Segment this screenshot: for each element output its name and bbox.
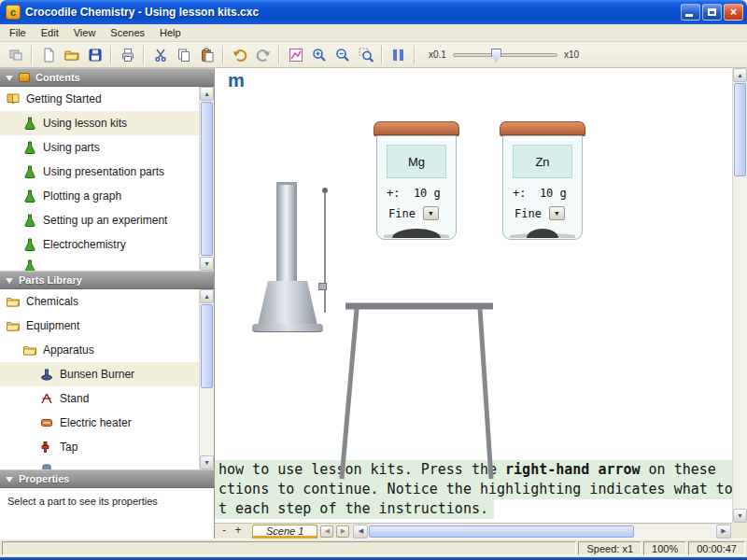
scroll-track[interactable] bbox=[200, 303, 214, 455]
burner-plate[interactable] bbox=[252, 324, 323, 332]
zoom-selection-icon bbox=[358, 47, 374, 63]
toolbar-separator bbox=[222, 46, 224, 64]
save-button[interactable] bbox=[83, 44, 106, 66]
parts-library-panel-header[interactable]: Parts Library bbox=[0, 271, 214, 289]
scroll-down-icon[interactable]: ▼ bbox=[733, 509, 747, 523]
toolbar: x0.1 x10 bbox=[0, 42, 747, 68]
scroll-up-icon[interactable]: ▲ bbox=[200, 289, 214, 303]
particle-size-dropdown-button[interactable]: ▼ bbox=[423, 206, 439, 220]
menu-edit[interactable]: Edit bbox=[34, 25, 66, 40]
scene-canvas[interactable]: m bbox=[215, 68, 732, 523]
parts-item-stand[interactable]: Stand bbox=[0, 386, 199, 411]
scene-next-button[interactable]: ▶ bbox=[336, 525, 349, 538]
jar-lid[interactable] bbox=[374, 121, 459, 136]
menu-scenes[interactable]: Scenes bbox=[103, 25, 152, 40]
contents-item-using-presentation-parts[interactable]: Using presentation parts bbox=[0, 160, 199, 184]
print-button[interactable] bbox=[116, 44, 139, 66]
scroll-thumb[interactable] bbox=[734, 83, 746, 176]
scroll-down-icon[interactable]: ▼ bbox=[200, 257, 214, 271]
speed-slider-thumb[interactable] bbox=[491, 49, 501, 63]
remove-scene-button[interactable]: - bbox=[218, 525, 230, 538]
chemical-jar-mg[interactable]: Mg +: 10 g Fine ▼ bbox=[374, 121, 459, 240]
scroll-thumb[interactable] bbox=[201, 304, 213, 388]
collapse-arrow-icon bbox=[6, 76, 13, 85]
parts-item-chemicals[interactable]: Chemicals bbox=[0, 289, 199, 314]
new-button[interactable] bbox=[36, 44, 60, 66]
particle-size-dropdown-button[interactable]: ▼ bbox=[549, 206, 565, 220]
zoom-in-button[interactable] bbox=[307, 44, 331, 66]
speed-min-label: x0.1 bbox=[429, 49, 446, 60]
burner-base[interactable] bbox=[258, 281, 317, 326]
scroll-track[interactable] bbox=[368, 525, 716, 539]
parts-tree: Chemicals Equipment Apparatus Bunsen Bur… bbox=[0, 289, 214, 469]
pause-button[interactable] bbox=[387, 44, 410, 66]
scroll-left-icon[interactable]: ◀ bbox=[353, 525, 368, 539]
jar-amount[interactable]: +: 10 g bbox=[513, 187, 582, 200]
flask-icon bbox=[22, 259, 37, 271]
burner-valve-knob[interactable] bbox=[318, 283, 327, 290]
toolbar-separator bbox=[381, 46, 383, 64]
parts-scrollbar[interactable]: ▲ ▼ bbox=[199, 289, 214, 469]
app-icon[interactable]: c bbox=[6, 5, 21, 20]
paste-button[interactable] bbox=[195, 44, 218, 66]
apparatus-icon bbox=[39, 461, 54, 469]
scroll-down-icon[interactable]: ▼ bbox=[200, 455, 214, 469]
add-scene-button[interactable]: + bbox=[233, 525, 244, 538]
graph-button[interactable] bbox=[284, 44, 307, 66]
canvas-horizontal-scrollbar[interactable]: ◀ ▶ bbox=[353, 525, 731, 539]
minimize-button[interactable] bbox=[681, 4, 700, 21]
burner-chimney[interactable] bbox=[276, 182, 297, 283]
parts-item-tap[interactable]: Tap bbox=[0, 435, 199, 459]
burner-valve-rod[interactable] bbox=[324, 191, 326, 313]
status-speed: Speed: x1 bbox=[578, 541, 641, 555]
properties-panel-header[interactable]: Properties bbox=[0, 469, 214, 488]
chemical-jar-zn[interactable]: Zn +: 10 g Fine ▼ bbox=[500, 121, 585, 240]
panels-button[interactable] bbox=[4, 44, 27, 66]
copy-button[interactable] bbox=[172, 44, 195, 66]
parts-item-apparatus[interactable]: Apparatus bbox=[0, 338, 199, 362]
jar-amount[interactable]: +: 10 g bbox=[387, 187, 456, 200]
contents-item-plotting-a-graph[interactable]: Plotting a graph bbox=[0, 184, 199, 208]
cut-button[interactable] bbox=[148, 44, 172, 66]
contents-item-using-parts[interactable]: Using parts bbox=[0, 135, 199, 160]
contents-item-electrochemistry[interactable]: Electrochemistry bbox=[0, 232, 199, 257]
scroll-thumb[interactable] bbox=[201, 102, 213, 256]
menu-view[interactable]: View bbox=[66, 25, 104, 40]
contents-item-getting-started[interactable]: Getting Started bbox=[0, 87, 199, 111]
scroll-track[interactable] bbox=[200, 101, 214, 257]
instruction-text: how to use lesson kits. Press the right-… bbox=[215, 460, 732, 519]
scene-tab[interactable]: Scene 1 bbox=[252, 525, 317, 539]
scroll-up-icon[interactable]: ▲ bbox=[200, 87, 214, 101]
close-button[interactable]: × bbox=[724, 4, 743, 21]
scroll-right-icon[interactable]: ▶ bbox=[716, 525, 731, 539]
zoom-selection-button[interactable] bbox=[354, 44, 377, 66]
parts-item-bunsen-burner[interactable]: Bunsen Burner bbox=[0, 362, 199, 386]
open-button[interactable] bbox=[60, 44, 83, 66]
contents-item-partial[interactable] bbox=[0, 257, 199, 271]
contents-item-using-lesson-kits[interactable]: Using lesson kits bbox=[0, 111, 199, 135]
contents-scrollbar[interactable]: ▲ ▼ bbox=[199, 87, 214, 271]
particle-size-value[interactable]: Fine bbox=[514, 207, 542, 220]
parts-item-partial[interactable] bbox=[0, 459, 199, 469]
parts-item-electric-heater[interactable]: Electric heater bbox=[0, 411, 199, 435]
undo-button[interactable] bbox=[228, 44, 251, 66]
speed-slider[interactable] bbox=[453, 53, 557, 57]
canvas-vertical-scrollbar[interactable]: ▲ ▼ bbox=[732, 68, 747, 523]
menu-file[interactable]: File bbox=[2, 25, 34, 40]
scroll-up-icon[interactable]: ▲ bbox=[733, 68, 747, 82]
redo-button[interactable] bbox=[251, 44, 275, 66]
contents-panel-header[interactable]: Contents bbox=[0, 68, 214, 87]
scroll-thumb[interactable] bbox=[369, 525, 633, 538]
menu-help[interactable]: Help bbox=[152, 25, 189, 40]
minimize-icon bbox=[685, 14, 693, 17]
scene-prev-button[interactable]: ◀ bbox=[320, 525, 333, 538]
instruction-text-segment: on these bbox=[641, 461, 716, 478]
maximize-button[interactable] bbox=[702, 4, 722, 21]
jar-body: Mg +: 10 g Fine ▼ bbox=[376, 135, 457, 240]
jar-lid[interactable] bbox=[500, 121, 585, 136]
particle-size-value[interactable]: Fine bbox=[388, 207, 416, 220]
contents-item-setting-up-an-experiment[interactable]: Setting up an experiment bbox=[0, 208, 199, 232]
scroll-track[interactable] bbox=[733, 82, 747, 509]
parts-item-equipment[interactable]: Equipment bbox=[0, 314, 199, 338]
zoom-out-button[interactable] bbox=[331, 44, 354, 66]
